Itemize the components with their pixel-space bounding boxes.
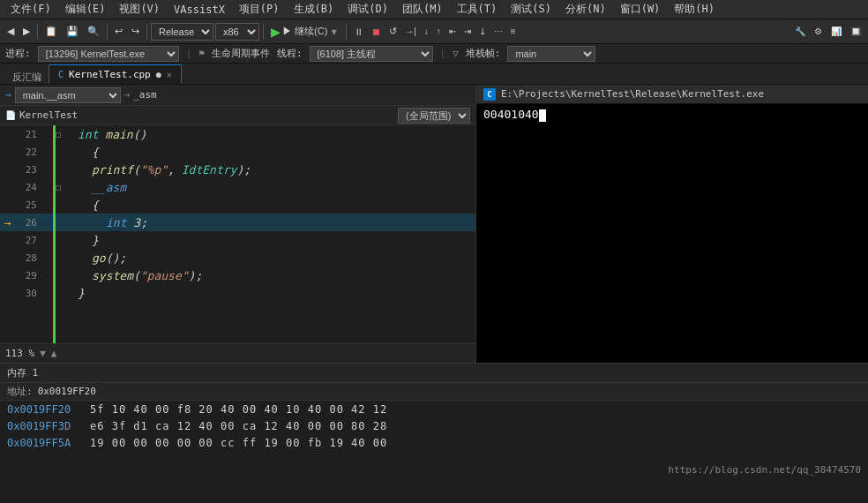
- nav-forward-btn[interactable]: ▶: [19, 22, 34, 41]
- tab-kerneltest-cpp[interactable]: C KernelTest.cpp ● ✕: [49, 64, 182, 84]
- line-content-22: {: [78, 146, 475, 159]
- stop-btn[interactable]: ⏹: [368, 22, 385, 41]
- code-line-27: 27 }: [0, 231, 475, 249]
- console-content[interactable]: 00401040: [476, 104, 868, 363]
- menu-analyze[interactable]: 分析(N): [558, 0, 613, 19]
- redo-btn[interactable]: ↪: [128, 22, 143, 41]
- continue-label: ▶ 继续(C): [282, 25, 327, 38]
- console-titlebar: C E:\Projects\KernelTest\Release\KernelT…: [476, 85, 868, 104]
- mem-bytes-2: 19 00 00 00 00 00 cc ff 19 00 fb 19 40 0…: [90, 437, 387, 449]
- thread-select[interactable]: [6108] 主线程: [310, 46, 433, 62]
- toolbar-ext-3[interactable]: 📊: [827, 22, 845, 41]
- right-panel: C E:\Projects\KernelTest\Release\KernelT…: [476, 85, 868, 363]
- arch-select[interactable]: x86: [215, 23, 259, 41]
- menu-team[interactable]: 团队(M): [395, 0, 450, 19]
- toolbar-icon-2[interactable]: 💾: [63, 22, 82, 41]
- toolbar-sep-1: [37, 24, 38, 40]
- file-icon: 📄: [5, 110, 16, 120]
- code-breadcrumb: → main.__asm → _asm: [0, 85, 475, 106]
- breadcrumb-arrow-right: →: [124, 89, 131, 101]
- toolbar: ◀ ▶ 📋 💾 🔍 ↩ ↪ Release x86 ▶ ▶ 继续(C) ▼ ⏸ …: [0, 19, 868, 44]
- toolbar-ext-4[interactable]: 🔲: [847, 22, 864, 41]
- debug-icon-7[interactable]: ⇤: [445, 22, 460, 41]
- menu-help[interactable]: 帮助(H): [667, 0, 722, 19]
- menu-edit[interactable]: 编辑(E): [58, 0, 113, 19]
- line-num-29: 29: [16, 270, 42, 282]
- decompile-label: 反汇编: [12, 71, 41, 84]
- memory-row-1: 0x0019FF3D e6 3f d1 ca 12 40 00 ca 12 40…: [0, 417, 868, 434]
- menu-window[interactable]: 窗口(W): [613, 0, 668, 19]
- menu-build[interactable]: 生成(B): [287, 0, 341, 19]
- filter-icon: ▽: [453, 48, 459, 59]
- debug-icon-10[interactable]: ⋯: [490, 22, 506, 41]
- toolbar-ext-1[interactable]: 🔧: [791, 22, 809, 41]
- toolbar-icon-3[interactable]: 🔍: [84, 22, 103, 41]
- tab-close-btn[interactable]: ✕: [167, 71, 172, 79]
- memory-addr-bar: 地址: 0x0019FF20: [0, 383, 868, 401]
- tabbar: 反汇编 C KernelTest.cpp ● ✕: [0, 64, 868, 85]
- line-num-30: 30: [16, 288, 42, 299]
- memory-row-0: 0x0019FF20 5f 10 40 00 f8 20 40 00 40 10…: [0, 401, 868, 417]
- menu-test[interactable]: 测试(S): [504, 0, 558, 19]
- code-line-30: 30 }: [0, 284, 475, 302]
- line-content-26: int 3;: [106, 216, 475, 229]
- debug-icon-8[interactable]: ⇥: [460, 22, 475, 41]
- menu-tools[interactable]: 工具(T): [450, 0, 505, 19]
- debug-icon-11[interactable]: ≡: [507, 22, 520, 41]
- menu-file[interactable]: 文件(F): [4, 0, 58, 19]
- continue-btn[interactable]: ▶ ▶ 继续(C) ▼: [267, 23, 342, 41]
- callstack-select[interactable]: main: [507, 46, 595, 62]
- function-select[interactable]: main.__asm: [15, 87, 121, 103]
- pause-btn[interactable]: ⏸: [350, 22, 367, 41]
- code-line-21: 21 □ int main(): [0, 125, 475, 143]
- step-in-btn[interactable]: ↓: [421, 22, 432, 41]
- breakpoint-sidebar: [53, 125, 56, 343]
- toolbar-sep-2: [107, 24, 108, 40]
- zoom-value: 113 %: [5, 348, 34, 359]
- addr-value: 0x0019FF20: [38, 386, 96, 397]
- nav-back-btn[interactable]: ◀: [4, 22, 18, 41]
- tab-modified-marker: ●: [156, 70, 161, 79]
- code-line-25: 25 {: [0, 196, 475, 214]
- toolbar-sep-5: [346, 24, 347, 40]
- code-line-22: 22 {: [0, 143, 475, 161]
- line-content-30: }: [78, 287, 475, 300]
- scope-select[interactable]: (全局范围): [398, 108, 470, 124]
- console-icon: C: [483, 88, 496, 101]
- debug-icon-9[interactable]: ⤓: [475, 22, 490, 41]
- config-select[interactable]: Release: [151, 23, 213, 41]
- step-over-btn[interactable]: →|: [401, 22, 420, 41]
- line-content-29: system("pause");: [92, 269, 475, 282]
- undo-btn[interactable]: ↩: [111, 22, 126, 41]
- zoom-down-btn[interactable]: ▼: [40, 348, 46, 359]
- breadcrumb-arrow-left: →: [5, 89, 11, 101]
- menu-view[interactable]: 视图(V): [112, 0, 167, 19]
- tab-decompile[interactable]: 反汇编: [5, 71, 49, 84]
- mem-addr-0: 0x0019FF20: [7, 403, 86, 416]
- toolbar-icon-1[interactable]: 📋: [41, 22, 61, 41]
- restart-btn[interactable]: ↺: [385, 22, 400, 41]
- line-content-24: __asm: [92, 181, 475, 194]
- console-address: 00401040: [483, 108, 539, 121]
- line-content-28: go();: [92, 252, 475, 265]
- line-arrow-26: →: [0, 216, 16, 229]
- toolbar-ext-2[interactable]: ⚙: [811, 22, 826, 41]
- main-area: → main.__asm → _asm 📄 KernelTest (全局范围) …: [0, 85, 868, 363]
- menu-debug[interactable]: 调试(D): [340, 0, 395, 19]
- continue-arrow: ▼: [329, 26, 339, 37]
- zoom-bar: 113 % ▼ ▲: [0, 343, 475, 363]
- menu-project[interactable]: 项目(P): [232, 0, 287, 19]
- zoom-up-btn[interactable]: ▲: [51, 348, 57, 359]
- code-line-24: 24 □ __asm: [0, 178, 475, 196]
- line-content-21: int main(): [78, 128, 475, 141]
- cpp-file-icon: C: [58, 70, 64, 79]
- menu-vassistx[interactable]: VAssistX: [167, 2, 232, 18]
- code-line-29: 29 system("pause");: [0, 267, 475, 284]
- code-editor: 21 □ int main() 22 {: [0, 125, 475, 343]
- left-panel: → main.__asm → _asm 📄 KernelTest (全局范围) …: [0, 85, 476, 363]
- toolbar-sep-4: [263, 24, 264, 40]
- line-num-25: 25: [16, 199, 42, 211]
- step-out-btn[interactable]: ↑: [433, 22, 445, 41]
- process-select[interactable]: [13296] KernelTest.exe: [38, 46, 179, 62]
- code-line-28: 28 go();: [0, 249, 475, 267]
